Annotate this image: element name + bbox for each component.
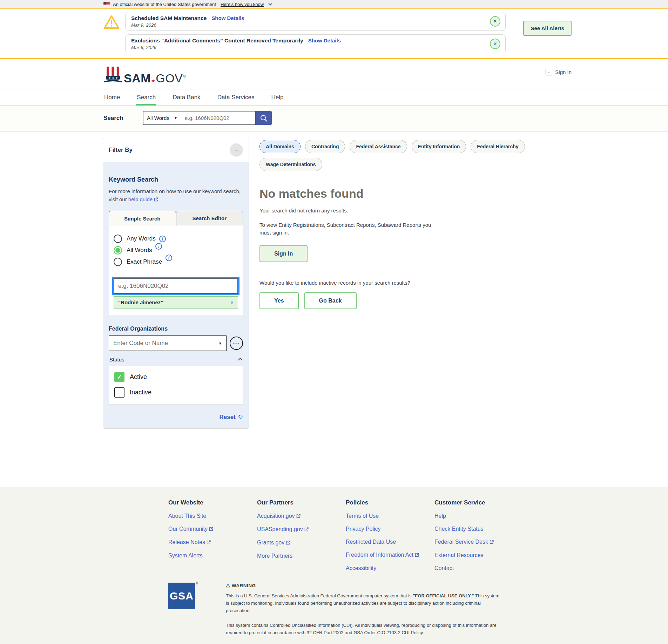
federal-org-combobox[interactable]: Enter Code or Name ▼ xyxy=(109,335,227,351)
footer-column-heading: Customer Service xyxy=(434,499,523,506)
no-results-text: Your search did not return any results. xyxy=(259,207,563,215)
footer-link-external-resources[interactable]: External Resources xyxy=(434,552,523,558)
nav-item-data-services[interactable]: Data Services xyxy=(217,89,255,105)
alert-close-button[interactable]: × xyxy=(490,39,500,49)
domain-pill-all-domains[interactable]: All Domains xyxy=(259,140,301,153)
external-link-icon xyxy=(490,539,494,545)
caret-down-icon: ▼ xyxy=(174,116,177,120)
include-inactive-question: Would you like to include inactive recor… xyxy=(259,279,563,287)
keyword-chip: "Rodnie Jimenez" × xyxy=(114,296,238,309)
footer-column-heading: Our Partners xyxy=(257,499,346,506)
info-icon[interactable]: i xyxy=(159,236,166,242)
footer-link-more-partners[interactable]: More Partners xyxy=(257,553,346,559)
see-all-alerts-button[interactable]: See All Alerts xyxy=(523,21,572,36)
yes-button[interactable]: Yes xyxy=(259,292,299,309)
footer-link-check-entity-status[interactable]: Check Entity Status xyxy=(434,526,523,532)
logo-gov-text: GOV xyxy=(156,72,183,84)
radio-any-words-label: Any Words xyxy=(127,235,156,242)
footer-link-system-alerts[interactable]: System Alerts xyxy=(168,553,257,559)
federal-organizations-heading: Federal Organizations xyxy=(109,326,243,332)
caret-down-icon: ▼ xyxy=(218,341,222,345)
nav-item-search[interactable]: Search xyxy=(136,89,156,105)
close-icon: × xyxy=(493,18,497,24)
collapse-filters-button[interactable]: − xyxy=(230,143,243,157)
checkbox-inactive-unchecked[interactable] xyxy=(114,387,124,398)
global-search-input[interactable] xyxy=(181,111,256,125)
heres-how-link[interactable]: Here’s how you know xyxy=(221,2,264,7)
footer-link-label: Our Community xyxy=(168,526,208,532)
status-inactive-option[interactable]: Inactive xyxy=(114,387,237,398)
footer-link-accessibility[interactable]: Accessibility xyxy=(346,565,434,571)
domain-pill-federal-assistance[interactable]: Federal Assistance xyxy=(350,140,407,153)
more-options-button[interactable]: ··· xyxy=(230,337,243,350)
domain-pill-wage-determinations[interactable]: Wage Determinations xyxy=(259,158,322,171)
footer-link-terms-of-use[interactable]: Terms of Use xyxy=(346,513,434,519)
alert-title: Scheduled SAM Maintenance xyxy=(131,15,207,21)
gsa-registered-mark: ® xyxy=(196,581,198,585)
footer-link-privacy-policy[interactable]: Privacy Policy xyxy=(346,526,434,532)
nav-item-data-bank[interactable]: Data Bank xyxy=(172,89,201,105)
banner-text: An official website of the United States… xyxy=(113,2,216,7)
footer-link-foia[interactable]: Freedom of Information Act xyxy=(346,552,434,558)
chevron-up-icon[interactable] xyxy=(238,358,243,362)
keyword-search-input[interactable] xyxy=(114,278,238,294)
minus-icon: − xyxy=(235,147,238,154)
domain-filter-row: All Domains Contracting Federal Assistan… xyxy=(259,140,563,171)
nav-item-help[interactable]: Help xyxy=(270,89,284,105)
search-bar-row: Search All Words ▼ xyxy=(0,106,668,131)
footer-link-acquisition-gov[interactable]: Acquisition.gov xyxy=(257,513,346,520)
footer-link-federal-service-desk[interactable]: Federal Service Desk xyxy=(434,539,523,545)
sign-in-required-text: To view Entity Registrations, Subcontrac… xyxy=(259,221,435,237)
footer-link-contact[interactable]: Contact xyxy=(434,565,523,571)
close-icon: × xyxy=(493,41,497,47)
sign-in-button[interactable]: Sign In xyxy=(259,245,308,262)
domain-pill-federal-hierarchy[interactable]: Federal Hierarchy xyxy=(471,140,525,153)
alert-close-button[interactable]: × xyxy=(490,16,500,27)
help-guide-link[interactable]: help guide xyxy=(128,196,153,202)
info-icon[interactable]: i xyxy=(155,243,162,250)
tab-simple-search[interactable]: Simple Search xyxy=(109,211,176,226)
footer-link-label: Release Notes xyxy=(168,539,205,545)
status-active-option[interactable]: ✓ Active xyxy=(114,372,237,382)
header-sign-in-link[interactable]: ← Sign In xyxy=(546,69,572,75)
no-matches-heading: No matches found xyxy=(259,187,563,201)
main-nav: Home Search Data Bank Data Services Help xyxy=(0,89,668,106)
svg-text:★: ★ xyxy=(112,76,114,80)
footer-link-restricted-data-use[interactable]: Restricted Data Use xyxy=(346,539,434,545)
chip-remove-icon[interactable]: × xyxy=(230,299,234,305)
alerts-section: Scheduled SAM Maintenance Show Details M… xyxy=(0,9,668,59)
reset-filters-link[interactable]: Reset↻ xyxy=(220,414,243,420)
radio-exact-phrase[interactable] xyxy=(114,258,122,266)
footer-link-label: USASpending.gov xyxy=(257,526,303,532)
warning-paragraph-1: This is a U.S. General Services Administ… xyxy=(226,592,503,614)
warning-bold-text: "FOR OFFICIAL USE ONLY." xyxy=(413,593,474,598)
footer-column-heading: Our Website xyxy=(168,499,257,506)
footer-link-about-this-site[interactable]: About This Site xyxy=(168,513,257,519)
tab-search-editor[interactable]: Search Editor xyxy=(176,211,243,226)
footer-column-policies: Policies Terms of Use Privacy Policy Res… xyxy=(346,499,434,571)
domain-pill-entity-information[interactable]: Entity Information xyxy=(412,140,466,153)
show-details-link[interactable]: Show Details xyxy=(308,38,341,43)
show-details-link[interactable]: Show Details xyxy=(211,15,244,21)
footer-link-our-community[interactable]: Our Community xyxy=(168,526,257,533)
go-back-button[interactable]: Go Back xyxy=(304,292,357,309)
footer-link-release-notes[interactable]: Release Notes xyxy=(168,539,257,546)
footer-link-help[interactable]: Help xyxy=(434,513,523,519)
radio-all-words[interactable] xyxy=(114,246,122,255)
alert-item: Scheduled SAM Maintenance Show Details M… xyxy=(125,12,506,31)
status-section-label: Status xyxy=(109,357,124,362)
footer-link-grants-gov[interactable]: Grants.gov xyxy=(257,540,346,546)
search-submit-button[interactable] xyxy=(256,111,272,125)
alert-date: Mar 9, 2026 xyxy=(131,22,484,28)
sam-gov-logo[interactable]: ★ ★ ★ SAM★GOV® xyxy=(103,66,668,84)
footer-column-customer-service: Customer Service Help Check Entity Statu… xyxy=(434,499,523,571)
domain-pill-contracting[interactable]: Contracting xyxy=(305,140,345,153)
footer-link-usaspending-gov[interactable]: USASpending.gov xyxy=(257,526,346,533)
checkbox-active-checked[interactable]: ✓ xyxy=(114,372,124,382)
radio-any-words[interactable] xyxy=(114,235,122,243)
footer-link-label: Grants.gov xyxy=(257,540,284,545)
nav-item-home[interactable]: Home xyxy=(103,89,121,105)
search-mode-select[interactable]: All Words ▼ xyxy=(143,111,181,125)
us-flag-icon xyxy=(103,2,110,6)
info-icon[interactable]: i xyxy=(166,255,172,261)
